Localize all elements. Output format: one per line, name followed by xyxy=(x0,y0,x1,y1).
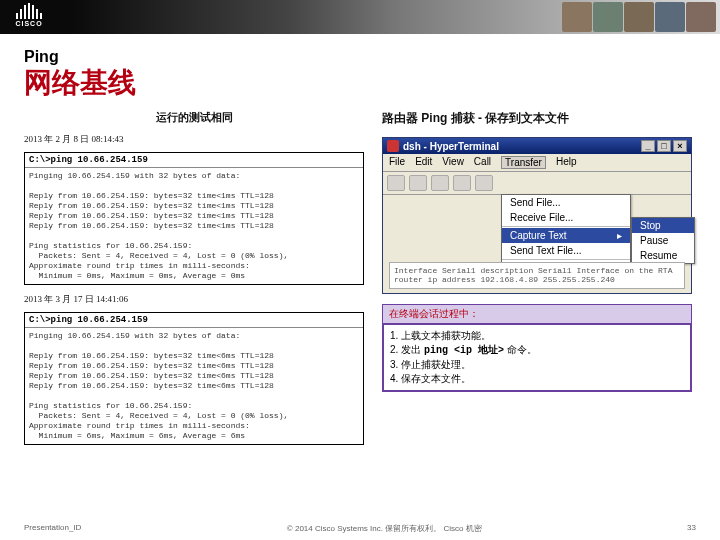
menu-help[interactable]: Help xyxy=(556,156,577,169)
timestamp-1: 2013 年 2 月 8 日 08:14:43 xyxy=(24,133,364,146)
menu-call[interactable]: Call xyxy=(474,156,491,169)
footer: Presentation_ID © 2014 Cisco Systems Inc… xyxy=(0,523,720,534)
terminal-output: Interface Serial1 description Serial1 In… xyxy=(389,262,685,289)
logo-text: CISCO xyxy=(15,20,42,27)
submenu-pause[interactable]: Pause xyxy=(632,233,694,248)
step-3: 3. 停止捕获处理。 xyxy=(390,358,684,372)
timestamp-2: 2013 年 3 月 17 日 14:41:06 xyxy=(24,293,364,306)
tool-icon[interactable] xyxy=(453,175,471,191)
footer-left: Presentation_ID xyxy=(24,523,81,534)
cisco-logo: CISCO xyxy=(6,2,52,28)
cmd-prompt-1: C:\>ping 10.66.254.159 xyxy=(25,153,363,168)
cmd-body-1: Pinging 10.66.254.159 with 32 bytes of d… xyxy=(25,168,363,284)
chevron-right-icon: ▸ xyxy=(617,230,622,241)
menu-item-capture-text[interactable]: Capture Text▸ xyxy=(502,228,630,243)
logo-icon xyxy=(16,3,42,19)
right-heading: 路由器 Ping 捕获 - 保存到文本文件 xyxy=(382,110,692,127)
menu-item-send-text-file[interactable]: Send Text File... xyxy=(502,243,630,258)
tool-icon[interactable] xyxy=(475,175,493,191)
title-big: 网络基线 xyxy=(24,64,696,102)
app-icon xyxy=(387,140,399,152)
banner-photos xyxy=(562,0,720,34)
submenu-resume[interactable]: Resume xyxy=(632,248,694,263)
window-title: dsh - HyperTerminal xyxy=(403,141,499,152)
steps-box: 1. 上载文本捕获功能。 2. 发出 ping <ip 地址> 命令。 3. 停… xyxy=(382,323,692,392)
top-banner: CISCO xyxy=(0,0,720,34)
window-titlebar[interactable]: dsh - HyperTerminal _ □ × xyxy=(383,138,691,154)
menu-item-send-file[interactable]: Send File... xyxy=(502,195,630,210)
close-button[interactable]: × xyxy=(673,140,687,152)
cmd-body-2: Pinging 10.66.254.159 with 32 bytes of d… xyxy=(25,328,363,444)
menu-transfer[interactable]: Transfer xyxy=(501,156,546,169)
ping-output-box-2: C:\>ping 10.66.254.159 Pinging 10.66.254… xyxy=(24,312,364,445)
minimize-button[interactable]: _ xyxy=(641,140,655,152)
maximize-button[interactable]: □ xyxy=(657,140,671,152)
cmd-prompt-2: C:\>ping 10.66.254.159 xyxy=(25,313,363,328)
step-2: 2. 发出 ping <ip 地址> 命令。 xyxy=(390,343,684,358)
capture-submenu: Stop Pause Resume xyxy=(631,217,695,264)
tool-icon[interactable] xyxy=(409,175,427,191)
step-1: 1. 上载文本捕获功能。 xyxy=(390,329,684,343)
footer-center: © 2014 Cisco Systems Inc. 保留所有权利。 Cisco … xyxy=(287,523,482,534)
left-heading: 运行的测试相同 xyxy=(24,110,364,125)
menu-bar: File Edit View Call Transfer Help xyxy=(383,154,691,172)
page-number: 33 xyxy=(687,523,696,534)
menu-view[interactable]: View xyxy=(442,156,464,169)
menu-item-receive-file[interactable]: Receive File... xyxy=(502,210,630,225)
toolbar xyxy=(383,172,691,195)
steps-heading: 在终端会话过程中： xyxy=(382,304,692,324)
tool-icon[interactable] xyxy=(431,175,449,191)
menu-edit[interactable]: Edit xyxy=(415,156,432,169)
ping-output-box-1: C:\>ping 10.66.254.159 Pinging 10.66.254… xyxy=(24,152,364,285)
submenu-stop[interactable]: Stop xyxy=(632,218,694,233)
tool-icon[interactable] xyxy=(387,175,405,191)
step-4: 4. 保存文本文件。 xyxy=(390,372,684,386)
window-body: Send File... Receive File... Capture Tex… xyxy=(383,195,691,293)
menu-file[interactable]: File xyxy=(389,156,405,169)
hyperterminal-window: dsh - HyperTerminal _ □ × File Edit View… xyxy=(382,137,692,294)
